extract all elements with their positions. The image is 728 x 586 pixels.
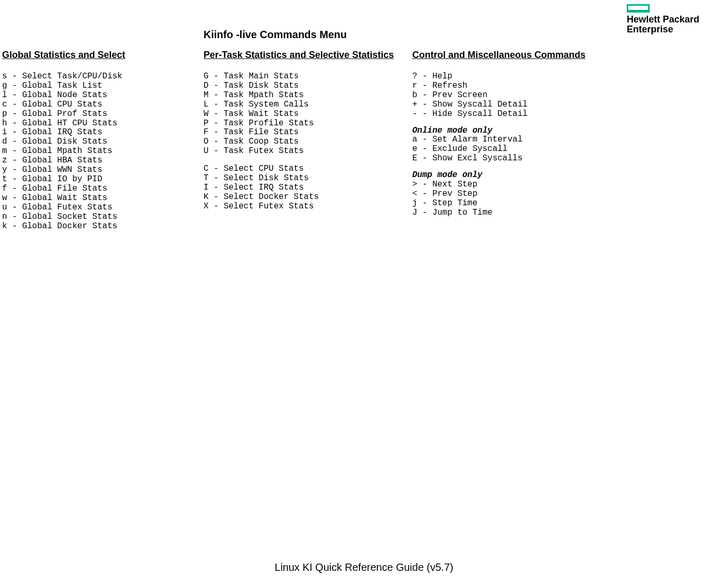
page-footer: Linux KI Quick Reference Guide (v5.7) xyxy=(0,561,728,573)
online-mode-list: a - Set Alarm Interval e - Exclude Sysca… xyxy=(412,135,621,163)
column-control-commands: Control and Miscellaneous Commands ? - H… xyxy=(412,50,621,218)
heading-per-task-stats: Per-Task Statistics and Selective Statis… xyxy=(204,50,407,61)
select-stats-list: C - Select CPU Stats T - Select Disk Sta… xyxy=(204,165,407,212)
dump-mode-list: > - Next Step < - Prev Step j - Step Tim… xyxy=(412,180,621,218)
column-per-task-stats: Per-Task Statistics and Selective Statis… xyxy=(204,50,407,212)
task-stats-list: G - Task Main Stats D - Task Disk Stats … xyxy=(204,72,407,156)
heading-global-stats: Global Statistics and Select xyxy=(2,50,195,61)
global-stats-list: s - Select Task/CPU/Disk g - Global Task… xyxy=(2,72,195,231)
subheading-dump-mode: Dump mode only xyxy=(412,171,621,180)
page-title: Kiinfo -live Commands Menu xyxy=(204,29,347,41)
hpe-logo-mark xyxy=(627,4,650,13)
subheading-online-mode: Online mode only xyxy=(412,126,621,136)
heading-control-commands: Control and Miscellaneous Commands xyxy=(412,50,621,61)
column-global-stats: Global Statistics and Select s - Select … xyxy=(2,50,195,231)
hpe-logo: Hewlett Packard Enterprise xyxy=(627,4,710,34)
hpe-logo-text-1: Hewlett Packard xyxy=(627,15,710,25)
control-commands-list: ? - Help r - Refresh b - Prev Screen + -… xyxy=(412,72,621,119)
hpe-logo-text-2: Enterprise xyxy=(627,25,710,34)
